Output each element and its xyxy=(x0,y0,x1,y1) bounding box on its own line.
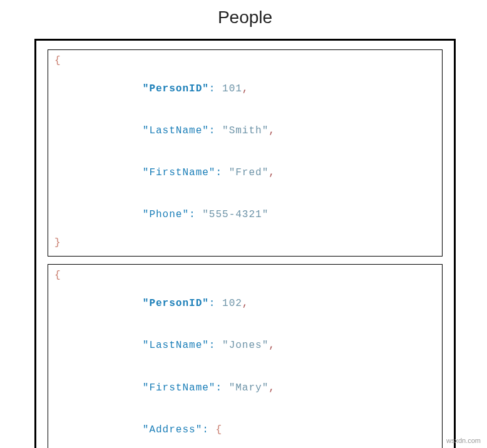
json-key-personid: "PersonID" xyxy=(143,83,209,94)
json-value: "Jones" xyxy=(222,340,269,351)
json-colon: : xyxy=(209,340,222,351)
document-container: People { "PersonID": 101, "LastName": "S… xyxy=(0,0,487,448)
json-key-firstname: "FirstName" xyxy=(143,382,216,394)
outer-box: { "PersonID": 101, "LastName": "Smith", … xyxy=(34,39,456,448)
open-brace: { xyxy=(215,424,222,435)
json-colon: : xyxy=(215,167,228,178)
json-comma: , xyxy=(242,298,249,309)
json-colon: : xyxy=(209,83,222,94)
json-colon: : xyxy=(209,298,222,309)
json-key-address: "Address" xyxy=(143,424,202,435)
json-key-firstname: "FirstName" xyxy=(143,167,216,178)
close-brace: } xyxy=(54,237,61,248)
json-value: 102 xyxy=(222,298,242,309)
json-key-phone: "Phone" xyxy=(143,209,189,220)
json-key-lastname: "LastName" xyxy=(143,125,209,136)
json-comma: , xyxy=(269,167,275,178)
json-record: { "PersonID": 102, "LastName": "Jones", … xyxy=(48,264,443,448)
json-comma: , xyxy=(269,340,275,351)
open-brace: { xyxy=(54,270,61,281)
json-value: "555-4321" xyxy=(202,209,269,220)
json-key-personid: "PersonID" xyxy=(143,298,209,309)
document-title: People xyxy=(34,8,456,28)
json-record: { "PersonID": 101, "LastName": "Smith", … xyxy=(48,49,443,257)
json-value: "Mary" xyxy=(229,382,269,394)
json-colon: : xyxy=(189,209,202,220)
open-brace: { xyxy=(54,55,61,66)
json-comma: , xyxy=(269,382,275,394)
json-colon: : xyxy=(202,424,215,435)
watermark: wsxdn.com xyxy=(446,437,481,444)
json-comma: , xyxy=(269,125,275,136)
json-colon: : xyxy=(209,125,222,136)
json-value: 101 xyxy=(222,83,242,94)
json-colon: : xyxy=(215,382,228,394)
json-value: "Fred" xyxy=(229,167,269,178)
json-value: "Smith" xyxy=(222,125,269,136)
json-comma: , xyxy=(242,83,249,94)
json-key-lastname: "LastName" xyxy=(143,340,209,351)
